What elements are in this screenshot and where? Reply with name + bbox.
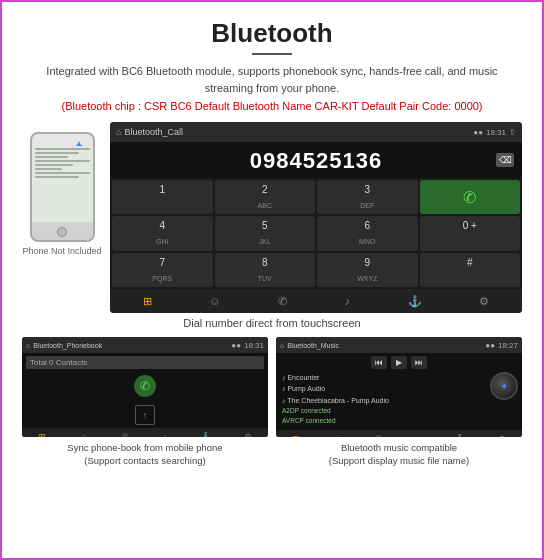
footer-link-icon[interactable]: ⚓ xyxy=(408,295,422,308)
key-6[interactable]: 6MNO xyxy=(317,216,418,250)
footer-phone-icon[interactable]: ✆ xyxy=(278,295,287,308)
bt-disc-visual: ✦ xyxy=(490,372,518,400)
key-call[interactable]: ✆ xyxy=(420,180,521,214)
pb-header-title: Bluetooth_Phonebook xyxy=(33,342,102,349)
music-caption: Bluetooth music compatible (Support disp… xyxy=(276,441,522,468)
phonebook-body: Total 0 Contacts ✆ ↑ xyxy=(22,353,268,428)
music-footer: ⊞ ☺ ✆ ♪ ⚓ ⚙ xyxy=(276,430,522,438)
key-3[interactable]: 3DEF xyxy=(317,180,418,214)
dial-screen-footer: ⊞ ☺ ✆ ♪ ⚓ ⚙ xyxy=(110,289,522,313)
footer-contact-icon[interactable]: ☺ xyxy=(209,295,220,307)
dial-number: 0984525136 xyxy=(114,148,518,174)
play-btn[interactable]: ▶ xyxy=(391,356,407,369)
pb-time: 18:31 xyxy=(244,341,264,350)
ms-footer-music[interactable]: ♪ xyxy=(416,434,421,438)
pb-footer: ⊞ ☺ ✆ ♪ ⚓ ⚙ xyxy=(22,428,268,437)
pb-footer-contact[interactable]: ☺ xyxy=(79,432,88,437)
upload-btn[interactable]: ↑ xyxy=(135,405,155,425)
phonebook-screen: ⌂ Bluetooth_Phonebook ●● 18:31 Total 0 C… xyxy=(22,337,268,437)
music-item: ⌂ Bluetooth_Music ●● 18:27 ⏮ ▶ ⏭ ✦ xyxy=(276,337,522,468)
key-7[interactable]: 7PQRS xyxy=(112,253,213,287)
ms-footer-link[interactable]: ⚓ xyxy=(454,434,465,438)
ms-home-icon: ⌂ xyxy=(280,342,284,349)
next-btn[interactable]: ⏭ xyxy=(411,356,427,369)
ms-signal: ●● xyxy=(485,341,495,350)
music-body: ⏮ ▶ ⏭ ✦ ♪ Encounter ♪ Pump Audio ♪ The C… xyxy=(276,353,522,429)
dial-header-title: Bluetooth_Call xyxy=(124,127,183,137)
ms-footer-phone[interactable]: ✆ xyxy=(375,434,383,438)
phone-screen xyxy=(32,146,93,222)
pb-footer-link[interactable]: ⚓ xyxy=(200,432,211,437)
key-5[interactable]: 5JKL xyxy=(215,216,316,250)
keypad: 1 2ABC 3DEF ✆ 4GHI 5JKL 6MNO 0 + 7PQRS 8… xyxy=(110,178,522,289)
call-action-btn[interactable]: ✆ xyxy=(134,375,156,397)
music-header: ⌂ Bluetooth_Music ●● 18:27 xyxy=(276,337,522,353)
pb-home-icon: ⌂ xyxy=(26,342,30,349)
ms-time: 18:27 xyxy=(498,341,518,350)
music-screen: ⌂ Bluetooth_Music ●● 18:27 ⏮ ▶ ⏭ ✦ xyxy=(276,337,522,437)
ms-footer-contact[interactable]: ☺ xyxy=(333,434,342,438)
track-2: ♪ Pump Audio xyxy=(282,383,516,394)
key-1[interactable]: 1 xyxy=(112,180,213,214)
delete-btn[interactable]: ⌫ xyxy=(496,153,514,167)
signal-dots: ●● xyxy=(473,128,483,137)
dial-display: 0984525136 ⌫ xyxy=(110,142,522,178)
prev-btn[interactable]: ⏮ xyxy=(371,356,387,369)
track-1: ♪ Encounter xyxy=(282,372,516,383)
dial-screen-header: ⌂ Bluetooth_Call ●● 18:31 ⇧ xyxy=(110,122,522,142)
pb-footer-grid[interactable]: ⊞ xyxy=(38,432,46,437)
key-4[interactable]: 4GHI xyxy=(112,216,213,250)
phone-not-included-label: Phone Not Included xyxy=(22,246,101,256)
contacts-bar: Total 0 Contacts xyxy=(26,356,264,369)
expand-icon: ⇧ xyxy=(509,128,516,137)
key-9[interactable]: 9WXYZ xyxy=(317,253,418,287)
phone-mockup: ✦ xyxy=(30,132,95,242)
pb-footer-music[interactable]: ♪ xyxy=(162,432,167,437)
track-3: ♪ The Cheebiacabra - Pump Audio xyxy=(282,395,516,406)
chip-info: (Bluetooth chip : CSR BC6 Default Blueto… xyxy=(22,100,522,112)
phonebook-header: ⌂ Bluetooth_Phonebook ●● 18:31 xyxy=(22,337,268,353)
key-0plus[interactable]: 0 + xyxy=(420,216,521,250)
dial-caption: Dial number direct from touchscreen xyxy=(22,317,522,329)
key-hash[interactable]: # xyxy=(420,253,521,287)
footer-music-icon[interactable]: ♪ xyxy=(345,295,351,307)
page-title: Bluetooth xyxy=(22,18,522,49)
ms-footer-grid[interactable]: ⊞ xyxy=(292,434,300,438)
ms-header-title: Bluetooth_Music xyxy=(287,342,339,349)
dial-car-screen: ⌂ Bluetooth_Call ●● 18:31 ⇧ 0984525136 ⌫… xyxy=(110,122,522,313)
dial-time: 18:31 xyxy=(486,128,506,137)
a2dp-status: A2DP connected xyxy=(282,406,516,416)
phonebook-item: ⌂ Bluetooth_Phonebook ●● 18:31 Total 0 C… xyxy=(22,337,268,468)
phonebook-caption: Sync phone-book from mobile phone (Suppo… xyxy=(22,441,268,468)
key-8[interactable]: 8TUV xyxy=(215,253,316,287)
pb-signal: ●● xyxy=(231,341,241,350)
pb-footer-settings[interactable]: ⚙ xyxy=(244,432,252,437)
footer-settings-icon[interactable]: ⚙ xyxy=(479,295,489,308)
music-controls: ⏮ ▶ ⏭ xyxy=(280,356,518,369)
footer-grid-icon[interactable]: ⊞ xyxy=(143,295,152,308)
music-list: ♪ Encounter ♪ Pump Audio ♪ The Cheebiaca… xyxy=(280,372,518,426)
home-icon: ⌂ xyxy=(116,127,121,137)
avrcp-status: AVRCP connected xyxy=(282,416,516,426)
title-underline xyxy=(252,53,292,55)
page-description: Integrated with BC6 Bluetooth module, su… xyxy=(22,63,522,96)
pb-footer-phone[interactable]: ✆ xyxy=(121,432,129,437)
ms-footer-settings[interactable]: ⚙ xyxy=(498,434,506,438)
key-2[interactable]: 2ABC xyxy=(215,180,316,214)
